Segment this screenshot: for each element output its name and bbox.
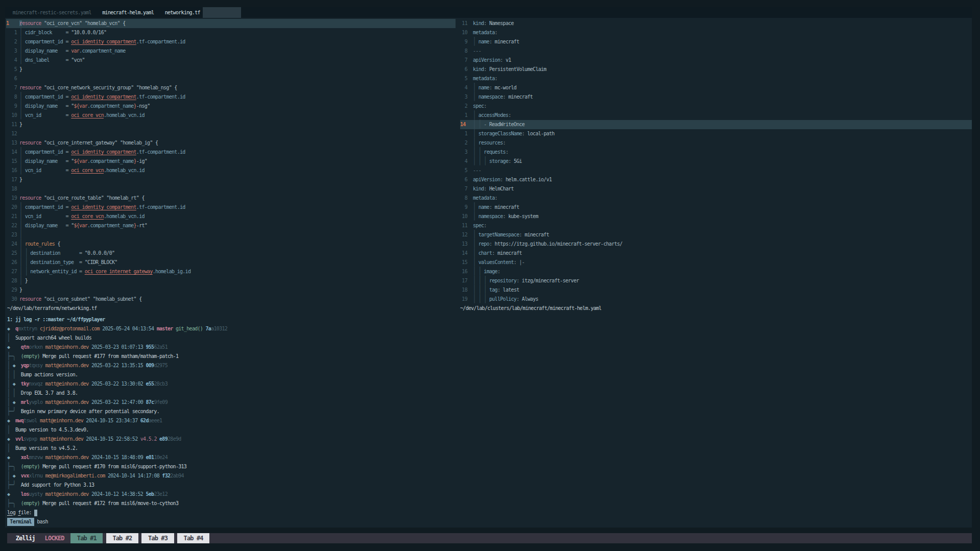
code-line[interactable]: 4│ │ │ storage: 5Gi <box>460 157 972 166</box>
log-line[interactable]: ◆ xolmnzvw matt@einhorn.dev 2024-10-15 1… <box>7 453 972 462</box>
code-line[interactable]: 2spec: <box>460 102 972 111</box>
code-line[interactable]: 7apiVersion: v1 <box>460 56 972 65</box>
code-line[interactable]: 16│ │ image: <box>460 267 972 276</box>
code-line[interactable]: 19│ │ │ pullPolicy: Always <box>460 295 972 304</box>
code-line[interactable]: 10metadata: <box>460 28 972 37</box>
code-line[interactable]: 8│ compartment_id = oci_identity_compart… <box>6 92 456 102</box>
log-line[interactable]: Terminal bash <box>7 517 972 526</box>
code-line[interactable]: 11} <box>6 120 456 129</box>
code-line[interactable]: 7resource "oci_core_network_security_gro… <box>6 83 456 92</box>
bufferline-tab-networking-tf[interactable]: networking.tf <box>162 7 203 18</box>
editor-split-minecraft-helm-yaml[interactable]: 11kind: Namespace10metadata:9│ name: min… <box>458 19 972 304</box>
code-line[interactable]: 2│ resources: <box>460 138 972 148</box>
code-line[interactable]: 17} <box>6 175 456 184</box>
code-line[interactable]: 3│ │ requests: <box>460 148 972 157</box>
code-line[interactable]: 12 <box>6 129 456 138</box>
code-line[interactable]: 1resource "oci_core_vcn" "homelab_vcn" { <box>6 19 456 28</box>
code-line[interactable]: 2│ compartment_id = oci_identity_compart… <box>6 37 456 46</box>
log-line[interactable]: │ Bump version to 4.5.3.dev0. <box>7 425 972 435</box>
code-line[interactable]: 18 <box>6 184 456 194</box>
code-line[interactable]: 11kind: Namespace <box>460 19 972 28</box>
log-line[interactable]: ├─╮ (empty) Merge pull request #177 from… <box>7 352 972 361</box>
code-line[interactable]: 12│ targetNamespace: minecraft <box>460 230 972 239</box>
code-line[interactable]: 13│ repo: https://itzg.github.io/minecra… <box>460 239 972 249</box>
code-line[interactable]: 1│ storageClassName: local-path <box>460 129 972 138</box>
code-line[interactable]: 4│ dns_label = "vcn" <box>6 56 456 65</box>
log-line[interactable]: │ ◆ mrlyvplo matt@einhorn.dev 2025-03-22… <box>7 398 972 407</box>
code-line[interactable]: 6kind: PersistentVolumeClaim <box>460 65 972 74</box>
code-line[interactable]: 5--- <box>460 166 972 175</box>
code-line[interactable]: 16│ vcn_id = oci_core_vcn.homelab_vcn.id <box>6 166 456 175</box>
log-line[interactable]: ├─╯ Begin new primary device after poten… <box>7 407 972 416</box>
zellij-tab-3[interactable]: Tab #3 <box>141 533 174 543</box>
log-line[interactable]: ├─╯ Add support for Python 3.13 <box>7 481 972 490</box>
code-line[interactable]: 21│ vcn_id = oci_core_vcn.homelab_vcn.id <box>6 212 456 221</box>
terminal-tab-terminal[interactable]: Terminal <box>7 518 34 526</box>
log-line[interactable]: 1: jj log -r ::master ~/d/ffpyplayer <box>7 315 972 324</box>
code-line[interactable]: 14│ │ - ReadWriteOnce <box>460 120 972 129</box>
code-line[interactable]: 26│ │ destination_type = "CIDR_BLOCK" <box>6 258 456 267</box>
terminal-tab-bash[interactable]: bash <box>37 519 48 524</box>
code-line[interactable]: 3│ namespace: minecraft <box>460 92 972 102</box>
log-line[interactable]: ◆ vvlsvpxp matt@einhorn.dev 2024-10-15 2… <box>7 435 972 444</box>
code-line[interactable]: 30resource "oci_core_subnet" "homelab_su… <box>6 295 456 304</box>
code-line[interactable]: 29} <box>6 285 456 295</box>
code-line[interactable]: 1│ accessModes: <box>460 111 972 120</box>
code-line[interactable]: 22│ display_name = "${var.compartment_na… <box>6 221 456 230</box>
zellij-tab-1[interactable]: Tab #1 <box>70 533 103 543</box>
terminal-pane-jj-log[interactable]: 1: jj log -r ::master ~/d/ffpyplayer◆ qm… <box>5 314 972 528</box>
log-line[interactable]: ◆ mwqtswol matt@einhorn.dev 2024-10-15 2… <box>7 416 972 425</box>
code-line[interactable]: 10│ namespace: kube-system <box>460 212 972 221</box>
code-line[interactable]: 7kind: HelmChart <box>460 184 972 194</box>
code-line[interactable]: 28│ } <box>6 276 456 285</box>
zellij-tab-4[interactable]: Tab #4 <box>177 533 209 543</box>
code-line[interactable]: 9│ name: minecraft <box>460 37 972 46</box>
code-line[interactable]: 25│ │ destination = "0.0.0.0/0" <box>6 249 456 258</box>
prompt-line[interactable]: log file: <box>7 508 972 517</box>
code-line[interactable]: 10│ vcn_id = oci_core_vcn.homelab_vcn.id <box>6 111 456 120</box>
code-line[interactable]: 13resource "oci_core_internet_gateway" "… <box>6 138 456 148</box>
code-line[interactable]: 8metadata: <box>460 194 972 203</box>
bufferline-tab-minecraft-helm[interactable]: minecraft-helm.yaml <box>100 7 157 18</box>
code-line[interactable]: 23│ <box>6 230 456 239</box>
code-line[interactable]: 11spec: <box>460 221 972 230</box>
log-line[interactable]: ◆ losuysty matt@einhorn.dev 2024-10-12 1… <box>7 490 972 499</box>
code-line[interactable]: 20│ compartment_id = oci_identity_compar… <box>6 203 456 212</box>
code-line[interactable]: 15│ valuesContent: |- <box>460 258 972 267</box>
log-line[interactable]: │ ◆ yqptqxsy matt@einhorn.dev 2025-03-22… <box>7 361 972 370</box>
code-line[interactable]: 14│ chart: minecraft <box>460 249 972 258</box>
code-line[interactable]: 8--- <box>460 46 972 56</box>
code-line[interactable]: 5} <box>6 65 456 74</box>
code-line[interactable]: 18│ │ │ tag: latest <box>460 285 972 295</box>
log-line[interactable]: │ ◆ tkynxvqz matt@einhorn.dev 2025-03-22… <box>7 379 972 389</box>
log-line[interactable]: ◆ qmxttryn cjriddz@protonmail.com 2025-0… <box>7 324 972 333</box>
code-line[interactable]: 27│ │ network_entity_id = oci_core_inter… <box>6 267 456 276</box>
token-cid: xol <box>21 454 29 460</box>
code-line[interactable]: 5metadata: <box>460 74 972 83</box>
zellij-tab-2[interactable]: Tab #2 <box>106 533 138 543</box>
code-line[interactable]: 15│ display_name = "${var.compartment_na… <box>6 157 456 166</box>
bufferline-row[interactable]: minecraft-restic-secrets.yaml minecraft-… <box>7 7 972 18</box>
code-line[interactable]: 17│ │ │ repository: itzg/minecraft-serve… <box>460 276 972 285</box>
log-line[interactable]: │ Bump version to v4.5.2. <box>7 444 972 453</box>
log-line[interactable]: ├─╮ (empty) Merge pull request #170 from… <box>7 462 972 471</box>
zellij-bar-row[interactable]: Zellij LOCKED Tab #1 Tab #2 Tab #3 Tab #… <box>9 533 972 543</box>
bufferline-tab-minecraft-restic-secrets[interactable]: minecraft-restic-secrets.yaml <box>10 7 94 18</box>
log-line[interactable]: ◆ qtnorkxn matt@einhorn.dev 2025-03-23 0… <box>7 343 972 352</box>
code-line[interactable]: 9│ name: minecraft <box>460 203 972 212</box>
code-line[interactable]: 24│ route_rules { <box>6 239 456 249</box>
code-line[interactable]: 3│ display_name = var.compartment_name <box>6 46 456 56</box>
log-line[interactable]: ├─╮ (empty) Merge pull request #172 from… <box>7 499 972 508</box>
code-line[interactable]: 4│ name: mc-world <box>460 83 972 92</box>
code-line[interactable]: 19resource "oci_core_route_table" "homel… <box>6 194 456 203</box>
log-line[interactable]: │ ◆ vvxxlrnu me@mirkogalimberti.com 2024… <box>7 471 972 481</box>
code-line[interactable]: 1│ cidr_block = "10.0.0.0/16" <box>6 28 456 37</box>
code-line[interactable]: 6apiVersion: helm.cattle.io/v1 <box>460 175 972 184</box>
log-line[interactable]: │ Support aarch64 wheel builds <box>7 333 972 343</box>
code-line[interactable]: 9│ display_name = "${var.compartment_nam… <box>6 102 456 111</box>
code-line[interactable]: 14│ compartment_id = oci_identity_compar… <box>6 148 456 157</box>
log-line[interactable]: │ │ Drop EOL 3.7 and 3.8. <box>7 389 972 398</box>
code-line[interactable]: 6 <box>6 74 456 83</box>
editor-split-networking-tf[interactable]: 1resource "oci_core_vcn" "homelab_vcn" {… <box>5 19 456 304</box>
log-line[interactable]: │ │ Bump actions version. <box>7 370 972 379</box>
